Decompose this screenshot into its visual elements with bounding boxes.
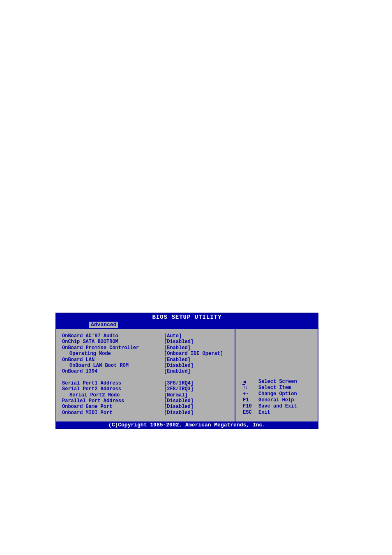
setting-value[interactable]: [Disabled] (164, 363, 194, 368)
bios-help-panel: Select Screen ↑↓ Select Item +- Change O… (235, 329, 318, 421)
arrows-updown-icon: ↑↓ (243, 385, 258, 391)
setting-label: OnBoard LAN (62, 357, 164, 363)
setting-label: Serial Port2 Mode (62, 392, 164, 398)
help-row: +- Change Option (243, 391, 314, 397)
setting-label: OnBoard 1394 (62, 368, 164, 374)
spacer (62, 375, 235, 380)
help-row: Select Screen (243, 379, 314, 385)
help-desc: General Help (258, 397, 294, 403)
bios-settings-panel: OnBoard AC'97 Audio [Auto] OnChip SATA B… (56, 329, 235, 421)
setting-row[interactable]: Operating Mode [Onboard IDE Operat] (62, 351, 235, 357)
setting-label: OnChip SATA BOOTROM (62, 339, 164, 345)
help-row: ESC Exit (243, 410, 314, 416)
bios-tab-row: Advanced (56, 321, 318, 329)
setting-row[interactable]: Onboard MIDI Port [Disabled] (62, 410, 235, 416)
setting-value[interactable]: [Disabled] (164, 410, 194, 416)
setting-row[interactable]: Serial Port2 Address [2F8/IRQ3] (62, 386, 235, 392)
help-row: ↑↓ Select Item (243, 385, 314, 391)
setting-row[interactable]: Serial Port1 Address [3F8/IRQ4] (62, 380, 235, 386)
setting-value[interactable]: [Onboard IDE Operat] (164, 351, 223, 357)
bios-body: OnBoard AC'97 Audio [Auto] OnChip SATA B… (56, 329, 318, 421)
setting-value[interactable]: [2F8/IRQ3] (164, 386, 194, 392)
help-desc: Save and Exit (258, 403, 297, 410)
setting-row[interactable]: OnChip SATA BOOTROM [Disabled] (62, 339, 235, 345)
bios-title: BIOS SETUP UTILITY (56, 313, 318, 321)
setting-value[interactable]: [Enabled] (164, 368, 191, 374)
help-desc: Select Screen (258, 379, 297, 385)
bios-window: BIOS SETUP UTILITY Advanced OnBoard AC'9… (55, 313, 318, 429)
setting-row[interactable]: OnBoard Promise Controller [Enabled] (62, 345, 235, 351)
setting-label: Parallel Port Address (62, 398, 164, 404)
setting-label: Serial Port1 Address (62, 380, 164, 386)
help-desc: Select Item (258, 385, 291, 391)
setting-value[interactable]: [Disabled] (164, 339, 194, 345)
help-desc: Change Option (258, 391, 297, 397)
setting-row[interactable]: OnBoard 1394 [Enabled] (62, 368, 235, 374)
help-desc: Exit (258, 410, 270, 416)
setting-row[interactable]: OnBoard AC'97 Audio [Auto] (62, 333, 235, 339)
setting-label: OnBoard Promise Controller (62, 345, 164, 351)
setting-value[interactable]: [Auto] (164, 333, 182, 339)
setting-value[interactable]: [3F8/IRQ4] (164, 380, 194, 386)
arrow-left-icon (243, 380, 258, 384)
help-key: ESC (243, 410, 258, 416)
setting-row[interactable]: OnBoard LAN Boot ROM [Disabled] (62, 363, 235, 368)
help-key: +- (243, 391, 258, 397)
setting-label: OnBoard AC'97 Audio (62, 333, 164, 339)
help-row: F10 Save and Exit (243, 403, 314, 410)
setting-row[interactable]: Parallel Port Address [Disabled] (62, 398, 235, 404)
setting-row[interactable]: Onboard Game Port [Disabled] (62, 404, 235, 410)
help-key: F1 (243, 397, 258, 403)
help-key: F10 (243, 403, 258, 410)
setting-label: Serial Port2 Address (62, 386, 164, 392)
setting-row[interactable]: OnBoard LAN [Enabled] (62, 357, 235, 363)
setting-value[interactable]: [Enabled] (164, 357, 191, 363)
setting-label: Operating Mode (62, 351, 164, 357)
bios-tab-advanced[interactable]: Advanced (89, 322, 118, 328)
help-row: F1 General Help (243, 397, 314, 403)
help-block: Select Screen ↑↓ Select Item +- Change O… (243, 379, 314, 416)
setting-value[interactable]: [Disabled] (164, 398, 194, 404)
setting-value[interactable]: [Normal] (164, 392, 188, 398)
bios-footer: (C)Copyright 1985-2002, American Megatre… (56, 421, 318, 428)
setting-label: Onboard Game Port (62, 404, 164, 410)
setting-value[interactable]: [Enabled] (164, 345, 191, 351)
setting-row[interactable]: Serial Port2 Mode [Normal] (62, 392, 235, 398)
setting-value[interactable]: [Disabled] (164, 404, 194, 410)
setting-label: OnBoard LAN Boot ROM (62, 363, 164, 368)
page-footer-divider (55, 526, 337, 526)
setting-label: Onboard MIDI Port (62, 410, 164, 416)
